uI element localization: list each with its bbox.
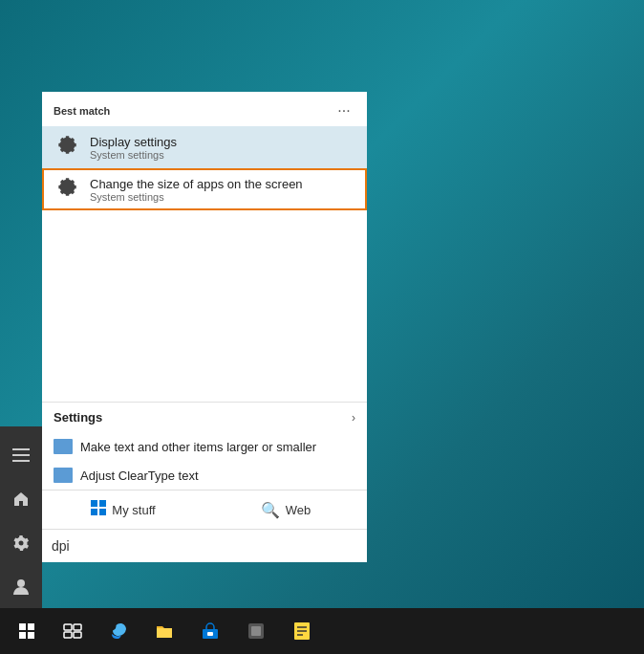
- adjust-cleartype-label: Adjust ClearType text: [80, 469, 199, 483]
- hamburger-icon[interactable]: [0, 434, 42, 476]
- start-menu: Best match ··· Display settings System s…: [42, 92, 367, 562]
- settings-header[interactable]: Settings ›: [42, 403, 367, 432]
- task-view-icon[interactable]: [50, 608, 96, 654]
- search-icon: 🔍: [261, 501, 280, 519]
- start-menu-panel: Best match ··· Display settings System s…: [0, 426, 42, 608]
- display-settings-title: Display settings: [90, 135, 177, 149]
- svg-rect-0: [12, 448, 30, 450]
- windows-logo-icon: [91, 500, 106, 519]
- svg-rect-2: [12, 460, 30, 462]
- search-input[interactable]: [52, 538, 357, 554]
- make-text-larger-icon: [54, 439, 73, 454]
- search-bar[interactable]: [42, 529, 367, 562]
- unknown-app-icon[interactable]: [233, 608, 279, 654]
- svg-rect-5: [74, 624, 81, 630]
- file-explorer-icon[interactable]: [141, 608, 187, 654]
- svg-rect-11: [251, 626, 261, 636]
- best-match-label: Best match: [54, 105, 110, 117]
- store-icon[interactable]: [187, 608, 233, 654]
- taskbar: [0, 608, 644, 654]
- adjust-cleartype-icon: [54, 468, 73, 483]
- notes-icon[interactable]: [279, 608, 325, 654]
- person-icon[interactable]: [0, 566, 42, 608]
- svg-rect-9: [207, 632, 213, 636]
- desktop: Best match ··· Display settings System s…: [0, 0, 644, 654]
- my-stuff-label: My stuff: [112, 503, 155, 517]
- start-button[interactable]: [4, 608, 50, 654]
- svg-rect-6: [64, 632, 72, 638]
- make-text-larger-item[interactable]: Make text and other items larger or smal…: [42, 432, 367, 461]
- settings-section: Settings › Make text and other items lar…: [42, 402, 367, 490]
- change-size-title: Change the size of apps on the screen: [90, 177, 303, 191]
- change-size-text: Change the size of apps on the screen Sy…: [90, 177, 303, 203]
- svg-rect-4: [64, 624, 72, 630]
- my-stuff-tab[interactable]: My stuff: [42, 490, 204, 529]
- svg-rect-7: [74, 632, 81, 638]
- sidebar-nav: [0, 426, 42, 608]
- settings-header-label: Settings: [54, 410, 102, 425]
- display-settings-text: Display settings System settings: [90, 135, 177, 161]
- display-settings-result[interactable]: Display settings System settings: [42, 126, 367, 168]
- change-size-subtitle: System settings: [90, 191, 303, 203]
- svg-rect-1: [12, 454, 30, 456]
- best-match-header: Best match ···: [42, 92, 367, 126]
- change-size-result[interactable]: Change the size of apps on the screen Sy…: [42, 168, 367, 210]
- display-settings-subtitle: System settings: [90, 149, 177, 161]
- home-icon[interactable]: [0, 478, 42, 520]
- adjust-cleartype-item[interactable]: Adjust ClearType text: [42, 461, 367, 490]
- web-tab[interactable]: 🔍 Web: [204, 490, 367, 529]
- empty-space: [42, 210, 367, 402]
- chevron-right-icon: ›: [352, 411, 355, 425]
- display-settings-gear-icon: [54, 132, 80, 163]
- edge-icon[interactable]: [96, 608, 141, 654]
- web-label: Web: [286, 503, 311, 517]
- gear-icon[interactable]: [0, 522, 42, 564]
- svg-point-3: [17, 579, 25, 587]
- change-size-gear-icon: [54, 174, 80, 205]
- make-text-larger-label: Make text and other items larger or smal…: [80, 440, 316, 454]
- bottom-tabs: My stuff 🔍 Web: [42, 490, 367, 529]
- more-options-button[interactable]: ···: [333, 99, 355, 122]
